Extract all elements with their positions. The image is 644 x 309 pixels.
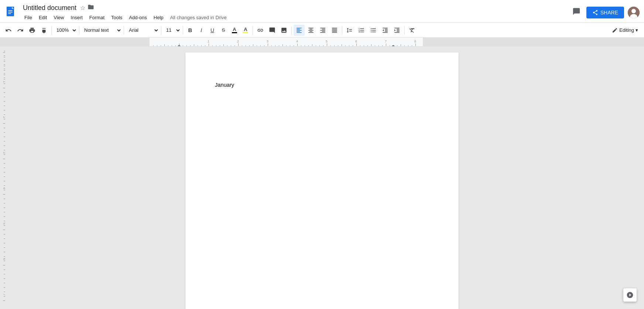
toolbar-divider-7 — [291, 26, 292, 34]
menu-addons[interactable]: Add-ons — [126, 13, 150, 22]
header-right: SHARE — [570, 5, 640, 20]
bold-label: B — [188, 27, 192, 33]
menu-edit[interactable]: Edit — [36, 13, 50, 22]
title-bar: Untitled document ☆ File Edit View Inser… — [0, 0, 644, 23]
star-icon[interactable]: ☆ — [80, 4, 85, 11]
vertical-ruler — [0, 47, 5, 309]
save-status: All changes saved in Drive — [170, 15, 227, 20]
assistant-button[interactable] — [623, 288, 637, 302]
menu-insert[interactable]: Insert — [68, 13, 86, 22]
bold-button[interactable]: B — [185, 25, 195, 36]
toolbar-divider-4 — [161, 26, 161, 34]
svg-point-7 — [631, 9, 636, 13]
underline-icon-group: U — [210, 28, 214, 33]
strikethrough-label: S — [222, 27, 225, 33]
document-text[interactable]: January — [215, 82, 429, 88]
toolbar-divider-5 — [183, 26, 183, 34]
menu-bar: File Edit View Insert Format Tools Add-o… — [21, 13, 570, 22]
document-title[interactable]: Untitled document — [21, 3, 78, 13]
toolbar-divider-3 — [124, 26, 124, 34]
bulleted-list-button[interactable] — [368, 25, 379, 36]
highlight-icon: A — [243, 27, 248, 33]
numbered-list-button[interactable] — [356, 25, 367, 36]
font-select[interactable]: Arial Times New Roman Courier New — [126, 25, 159, 35]
folder-icon[interactable] — [88, 4, 94, 12]
italic-button[interactable]: I — [196, 25, 206, 36]
toolbar-divider-8 — [342, 26, 342, 34]
share-label: SHARE — [600, 10, 618, 16]
title-area: Untitled document ☆ File Edit View Inser… — [21, 3, 570, 22]
toolbar-divider-9 — [404, 26, 405, 34]
document-editor[interactable]: January — [215, 82, 429, 309]
justify-button[interactable] — [329, 25, 340, 36]
undo-button[interactable] — [3, 25, 14, 36]
redo-button[interactable] — [15, 25, 26, 36]
main-area: January — [0, 47, 644, 309]
align-center-button[interactable] — [305, 25, 316, 36]
docs-logo-icon — [4, 6, 18, 19]
insert-comment-button[interactable] — [267, 25, 278, 36]
align-right-button[interactable] — [317, 25, 328, 36]
toolbar-divider-6 — [253, 26, 253, 34]
line-spacing-button[interactable] — [344, 25, 355, 36]
editing-mode-chevron: ▾ — [636, 27, 638, 33]
share-button[interactable]: SHARE — [586, 7, 624, 18]
document-page: January — [185, 52, 459, 309]
link-button[interactable] — [255, 25, 266, 36]
toolbar-divider-1 — [51, 26, 52, 34]
menu-file[interactable]: File — [21, 13, 35, 22]
menu-help[interactable]: Help — [151, 13, 167, 22]
italic-label: I — [201, 27, 202, 33]
font-size-select[interactable]: 8 9 10 11 12 14 18 24 — [163, 25, 181, 35]
align-left-button[interactable] — [294, 25, 305, 36]
menu-view[interactable]: View — [51, 13, 67, 22]
svg-rect-5 — [8, 13, 11, 14]
toolbar-divider-2 — [79, 26, 79, 34]
toolbar: 100% 75% 150% Normal text Heading 1 Head… — [0, 23, 644, 38]
ruler — [0, 38, 644, 47]
user-avatar[interactable] — [628, 7, 640, 18]
underline-button[interactable]: U — [207, 25, 217, 36]
text-color-button[interactable]: A — [229, 25, 240, 36]
comments-button[interactable] — [570, 5, 583, 20]
decrease-indent-button[interactable] — [380, 25, 391, 36]
menu-format[interactable]: Format — [86, 13, 107, 22]
insert-image-button[interactable] — [278, 25, 290, 36]
svg-rect-3 — [8, 10, 13, 11]
editing-mode-label: Editing — [619, 27, 634, 33]
print-button[interactable] — [27, 25, 38, 36]
zoom-select[interactable]: 100% 75% 150% — [54, 25, 77, 35]
title-row: Untitled document ☆ — [21, 3, 570, 13]
right-sidebar — [639, 47, 644, 309]
paint-format-button[interactable] — [38, 25, 49, 36]
clear-formatting-button[interactable] — [407, 25, 418, 36]
menu-tools[interactable]: Tools — [108, 13, 125, 22]
strikethrough-button[interactable]: S — [218, 25, 229, 36]
content-area[interactable]: January — [5, 47, 639, 309]
increase-indent-button[interactable] — [391, 25, 402, 36]
underline-label: U — [210, 28, 214, 33]
editing-mode-button[interactable]: Editing ▾ — [609, 26, 641, 35]
svg-rect-4 — [8, 12, 13, 13]
text-color-icon: A — [232, 27, 237, 33]
highlight-color-button[interactable]: A — [240, 25, 251, 36]
paragraph-style-select[interactable]: Normal text Heading 1 Heading 2 Heading … — [81, 25, 122, 35]
